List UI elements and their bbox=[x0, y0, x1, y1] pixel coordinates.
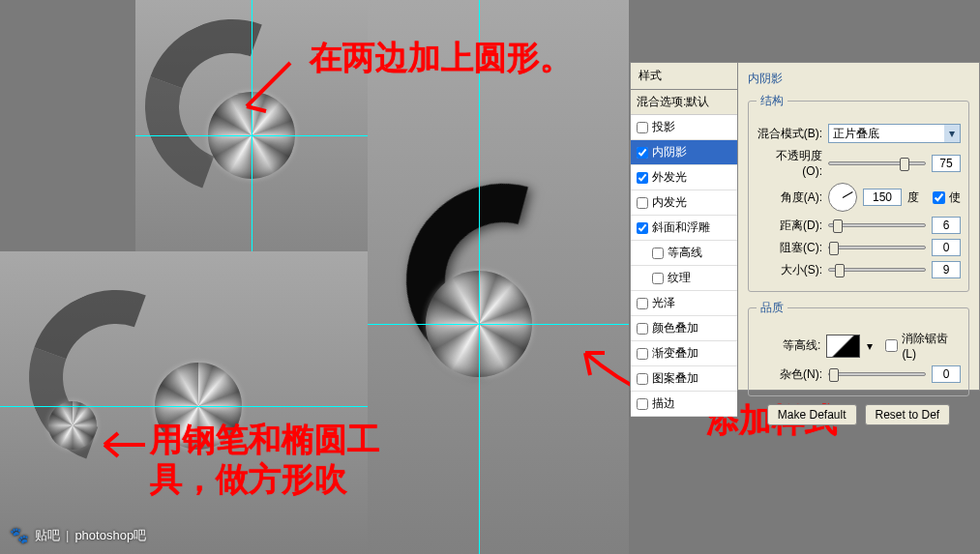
style-color-overlay[interactable]: 颜色叠加 bbox=[631, 316, 737, 341]
style-outer-glow[interactable]: 外发光 bbox=[631, 165, 737, 190]
label: 内阴影 bbox=[652, 144, 687, 160]
checkbox-satin[interactable] bbox=[637, 298, 648, 309]
guide-vertical bbox=[479, 0, 480, 554]
style-gradient-overlay[interactable]: 渐变叠加 bbox=[631, 341, 737, 366]
checkbox-anti-alias[interactable] bbox=[885, 339, 898, 352]
divider: | bbox=[66, 528, 69, 542]
checkbox-inner-glow[interactable] bbox=[637, 197, 648, 209]
label: 等高线 bbox=[668, 245, 702, 261]
blend-mode-select[interactable]: 正片叠底 bbox=[828, 124, 961, 143]
watermark: 🐾 贴吧 | photoshop吧 bbox=[10, 526, 146, 544]
checkbox-inner-shadow[interactable] bbox=[637, 147, 648, 159]
label: 光泽 bbox=[652, 295, 675, 311]
guide-horizontal bbox=[368, 324, 629, 325]
quality-group: 品质 等高线: 消除锯齿(L) 杂色(N): bbox=[748, 300, 969, 396]
distance-slider[interactable] bbox=[828, 223, 926, 227]
paw-icon: 🐾 bbox=[10, 526, 29, 544]
canvas-center bbox=[368, 0, 629, 554]
angle-unit: 度 bbox=[907, 190, 927, 206]
checkbox-drop-shadow[interactable] bbox=[637, 122, 648, 133]
angle-label: 角度(A): bbox=[757, 190, 822, 206]
size-slider[interactable] bbox=[828, 268, 926, 272]
contour-picker[interactable] bbox=[826, 335, 860, 358]
style-satin[interactable]: 光泽 bbox=[631, 291, 737, 316]
blend-options-row[interactable]: 混合选项:默认 bbox=[631, 90, 737, 115]
style-inner-glow[interactable]: 内发光 bbox=[631, 190, 737, 216]
guide-horizontal bbox=[0, 406, 368, 407]
label: 描边 bbox=[652, 395, 675, 412]
distance-label: 距离(D): bbox=[757, 218, 822, 234]
canvas-bottom-left bbox=[0, 251, 368, 554]
panel-title: 内阴影 bbox=[748, 71, 969, 87]
label: 纹理 bbox=[668, 270, 691, 286]
checkbox-stroke[interactable] bbox=[637, 398, 648, 410]
style-drop-shadow[interactable]: 投影 bbox=[631, 115, 737, 140]
opacity-input[interactable] bbox=[932, 155, 961, 172]
opacity-slider[interactable] bbox=[828, 161, 926, 165]
distance-input[interactable] bbox=[932, 217, 961, 234]
label: 斜面和浮雕 bbox=[652, 219, 710, 236]
settings-panel: 内阴影 结构 混合模式(B): 正片叠底 不透明度(O): 角度(A): 度 bbox=[738, 63, 979, 390]
checkbox-bevel[interactable] bbox=[637, 222, 648, 234]
make-default-button[interactable]: Make Default bbox=[767, 404, 857, 425]
watermark-forum: photoshop吧 bbox=[74, 527, 146, 544]
checkbox-color-overlay[interactable] bbox=[637, 323, 648, 335]
structure-legend: 结构 bbox=[757, 93, 787, 109]
checkbox-global-light[interactable] bbox=[933, 191, 945, 204]
checkbox-outer-glow[interactable] bbox=[637, 172, 648, 184]
watermark-brand: 贴吧 bbox=[35, 527, 60, 544]
contour-label: 等高线: bbox=[757, 337, 820, 354]
quality-legend: 品质 bbox=[757, 300, 787, 316]
noise-label: 杂色(N): bbox=[757, 366, 822, 383]
use-global-light[interactable]: 使 bbox=[933, 190, 961, 206]
angle-dial[interactable] bbox=[828, 183, 857, 212]
style-stroke[interactable]: 描边 bbox=[631, 392, 737, 417]
style-bevel[interactable]: 斜面和浮雕 bbox=[631, 216, 737, 241]
label: 渐变叠加 bbox=[652, 345, 698, 362]
styles-header: 样式 bbox=[631, 63, 737, 90]
choke-slider[interactable] bbox=[828, 246, 926, 249]
label: 图案叠加 bbox=[652, 370, 698, 387]
checkbox-gradient-overlay[interactable] bbox=[637, 348, 648, 360]
styles-list: 样式 混合选项:默认 投影 内阴影 外发光 内发光 斜面和浮雕 等高线 纹理 bbox=[631, 63, 738, 390]
size-input[interactable] bbox=[932, 261, 961, 278]
structure-group: 结构 混合模式(B): 正片叠底 不透明度(O): 角度(A): 度 使 bbox=[748, 93, 969, 292]
blend-mode-label: 混合模式(B): bbox=[757, 126, 822, 142]
style-inner-shadow[interactable]: 内阴影 bbox=[631, 140, 737, 165]
layer-style-dialog: 样式 混合选项:默认 投影 内阴影 外发光 内发光 斜面和浮雕 等高线 纹理 bbox=[630, 62, 980, 391]
metal-knob-small bbox=[48, 401, 97, 450]
label: 颜色叠加 bbox=[652, 320, 698, 336]
label: 外发光 bbox=[652, 169, 687, 186]
checkbox-contour[interactable] bbox=[652, 248, 664, 259]
style-texture[interactable]: 纹理 bbox=[631, 266, 737, 291]
blend-mode-value: 正片叠底 bbox=[833, 126, 879, 142]
style-contour[interactable]: 等高线 bbox=[631, 241, 737, 266]
checkbox-texture[interactable] bbox=[652, 273, 664, 284]
opacity-label: 不透明度(O): bbox=[757, 148, 822, 178]
size-label: 大小(S): bbox=[757, 262, 822, 278]
anti-alias[interactable]: 消除锯齿(L) bbox=[885, 331, 961, 361]
checkbox-pattern-overlay[interactable] bbox=[637, 373, 648, 385]
noise-slider[interactable] bbox=[828, 372, 926, 376]
noise-input[interactable] bbox=[932, 365, 961, 383]
style-pattern-overlay[interactable]: 图案叠加 bbox=[631, 366, 737, 392]
label: 投影 bbox=[652, 119, 675, 135]
choke-input[interactable] bbox=[932, 239, 961, 256]
angle-input[interactable] bbox=[863, 189, 902, 206]
label: 内发光 bbox=[652, 194, 687, 211]
choke-label: 阻塞(C): bbox=[757, 240, 822, 256]
reset-default-button[interactable]: Reset to Def bbox=[865, 404, 951, 425]
